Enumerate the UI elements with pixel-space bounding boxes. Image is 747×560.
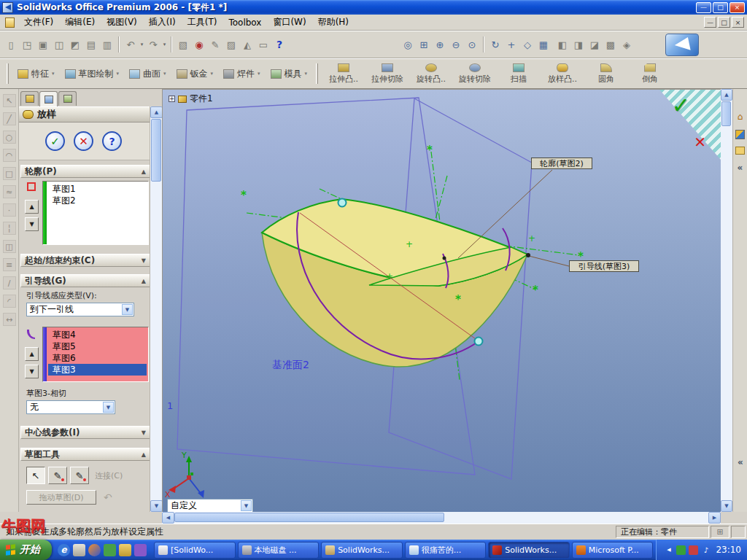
guides-list[interactable]: 草图4 草图5 草图6 草图3	[42, 327, 149, 382]
scrollbar-thumb[interactable]	[151, 119, 161, 182]
tab-propertymanager[interactable]	[39, 91, 58, 106]
commandtab-sheetmetal[interactable]: 钣金 ▾	[171, 62, 219, 85]
design-library-icon[interactable]	[735, 147, 745, 155]
quick-launch-messenger-icon[interactable]	[134, 544, 147, 556]
commandtab-mold[interactable]: 模具 ▾	[266, 62, 313, 85]
sketch-rectangle-icon[interactable]: □	[3, 167, 16, 180]
start-button[interactable]: 开始	[0, 540, 52, 560]
cancel-button[interactable]: ✕	[74, 131, 93, 151]
solidworks-resources-icon[interactable]	[735, 130, 745, 139]
wireframe-button[interactable]: ◇	[519, 36, 535, 52]
quick-launch-folder-icon[interactable]	[119, 544, 131, 556]
sketch-line-icon[interactable]: ╱	[3, 112, 16, 125]
antivirus-tray-icon[interactable]	[676, 545, 686, 555]
sketch-spline-icon[interactable]: ≈	[3, 185, 16, 198]
sketch-arc-icon[interactable]: ◠	[3, 149, 16, 162]
taskbar-window-5-active[interactable]: SolidWorks...	[488, 542, 570, 559]
horizontal-scrollbar[interactable]: ◀ ▶	[162, 512, 721, 524]
print-preview-button[interactable]: ▥	[99, 36, 115, 52]
list-item[interactable]: 草图5	[48, 341, 148, 352]
panel-scrollbar[interactable]: ▲ ▼	[150, 106, 162, 512]
resize-grip[interactable]	[731, 526, 746, 538]
sketch-select-icon[interactable]: ↖	[3, 94, 16, 107]
minimize-button[interactable]: —	[696, 2, 711, 13]
toolbar-grip[interactable]	[316, 63, 318, 84]
guide-callout[interactable]: 引导线(草图3)	[569, 260, 639, 272]
quick-launch-ie-icon[interactable]: e	[58, 544, 70, 556]
model-canvas[interactable]: * * * * * + + + 基准面2 1	[163, 90, 721, 512]
confirm-ok-button[interactable]: ✓	[672, 93, 690, 118]
quick-launch-show-desktop-icon[interactable]	[73, 544, 85, 556]
menu-toolbox[interactable]: Toolbox	[222, 15, 267, 30]
undo-dropdown[interactable]: ▾	[139, 36, 145, 52]
ok-button[interactable]: ✓	[45, 131, 65, 151]
mdi-restore-button[interactable]: □	[718, 17, 730, 28]
taskbar-window-2[interactable]: 本地磁盘 ...	[238, 542, 320, 559]
display-mode-button[interactable]: ◧	[554, 36, 570, 52]
perspective-button[interactable]: ◈	[619, 36, 635, 52]
scroll-up-button[interactable]: ▲	[721, 89, 732, 101]
tool-revolve-cut[interactable]: 旋转切除	[453, 59, 497, 88]
sketch-trim-icon[interactable]: /	[3, 276, 16, 289]
section-guides-header[interactable]: 引导线(G) ▲	[20, 274, 150, 287]
point-marker[interactable]	[443, 257, 446, 260]
sketch-mirror-icon[interactable]: ◫	[3, 240, 16, 253]
sketch-button[interactable]: ✎	[207, 36, 223, 52]
edit-color-button[interactable]: ▧	[175, 36, 191, 52]
collapse-pane-button-lower[interactable]: «	[733, 457, 747, 467]
collapse-pane-button[interactable]: «	[735, 162, 746, 174]
commandtab-weldments[interactable]: 焊件 ▾	[218, 62, 266, 85]
new-button[interactable]: ▯	[3, 36, 19, 52]
menu-window[interactable]: 窗口(W)	[267, 14, 311, 31]
list-item-selected[interactable]: 草图3	[48, 364, 147, 376]
undo-button[interactable]: ↶	[123, 36, 139, 52]
sketch-dimension-icon[interactable]: ↔	[3, 313, 16, 326]
guide-move-down-button[interactable]: ▼	[25, 365, 39, 378]
graphics-viewport[interactable]: * * * * * + + + 基准面2 1	[162, 89, 721, 512]
sketch-point-icon[interactable]: ·	[3, 203, 16, 217]
tool-revolve-boss[interactable]: 旋转凸..	[409, 59, 453, 88]
solidworks-logo-button[interactable]	[665, 34, 699, 56]
list-item[interactable]: 草图2	[48, 195, 148, 206]
hidden-lines-button[interactable]: ◨	[570, 36, 587, 52]
rebuild-button[interactable]: ◉	[191, 36, 207, 52]
make-assembly-button[interactable]: ◩	[67, 36, 83, 52]
mdi-minimize-button[interactable]: —	[704, 17, 716, 28]
profile-move-down-button[interactable]: ▼	[25, 217, 39, 231]
tool-extrude-cut[interactable]: 拉伸切除	[365, 59, 409, 88]
guide-move-up-button[interactable]: ▲	[25, 347, 39, 361]
tab-featuremanager[interactable]	[20, 91, 39, 106]
view-orientation-combo[interactable]: 自定义 ▼	[167, 499, 253, 512]
scroll-down-button[interactable]: ▼	[721, 500, 732, 512]
taskbar-window-1[interactable]: [SolidWo...	[154, 542, 236, 559]
scroll-left-button[interactable]: ◀	[162, 512, 174, 524]
plane1-label[interactable]: 1	[167, 400, 173, 411]
redo-dropdown[interactable]: ▾	[161, 36, 168, 52]
drag-sketch-button[interactable]: 拖动草图(D)	[26, 490, 96, 505]
section-sketch-tools-header[interactable]: 草图工具 ▲	[20, 448, 150, 461]
tool-loft-boss[interactable]: 放样凸..	[541, 59, 584, 88]
pan-button[interactable]: +	[503, 36, 519, 52]
select-tool-button[interactable]: ↖	[26, 467, 45, 484]
profile-move-up-button[interactable]: ▲	[25, 200, 39, 214]
scroll-right-button[interactable]: ▶	[708, 512, 721, 524]
scroll-down-button[interactable]: ▼	[150, 500, 162, 512]
taskbar-window-6[interactable]: Microsoft P...	[572, 542, 654, 559]
vertex-marker[interactable]	[338, 199, 347, 207]
select-button[interactable]: ▭	[255, 36, 271, 52]
sketch-circle-icon[interactable]: ○	[3, 131, 16, 144]
update-tray-icon[interactable]	[689, 545, 698, 555]
help-button-toolbar[interactable]: ?	[271, 36, 287, 52]
feature-tree-root[interactable]: + 零件1	[169, 93, 213, 105]
shadows-button[interactable]: ◪	[587, 36, 603, 52]
sketch-offset-icon[interactable]: ≡	[3, 258, 16, 271]
tool-extrude-boss[interactable]: 拉伸凸..	[322, 59, 365, 88]
redo-button[interactable]: ↷	[145, 36, 161, 52]
section-centerline-header[interactable]: 中心线参数(I) ▼	[20, 426, 150, 439]
tangency-select[interactable]: 无 ▼	[26, 400, 115, 414]
menu-tools[interactable]: 工具(T)	[182, 14, 223, 31]
open-button[interactable]: ◳	[19, 36, 35, 52]
quick-launch-media-player-icon[interactable]	[88, 544, 101, 556]
tree-expander-icon[interactable]: +	[169, 96, 175, 102]
rotate-view-button[interactable]: ↻	[487, 36, 503, 52]
